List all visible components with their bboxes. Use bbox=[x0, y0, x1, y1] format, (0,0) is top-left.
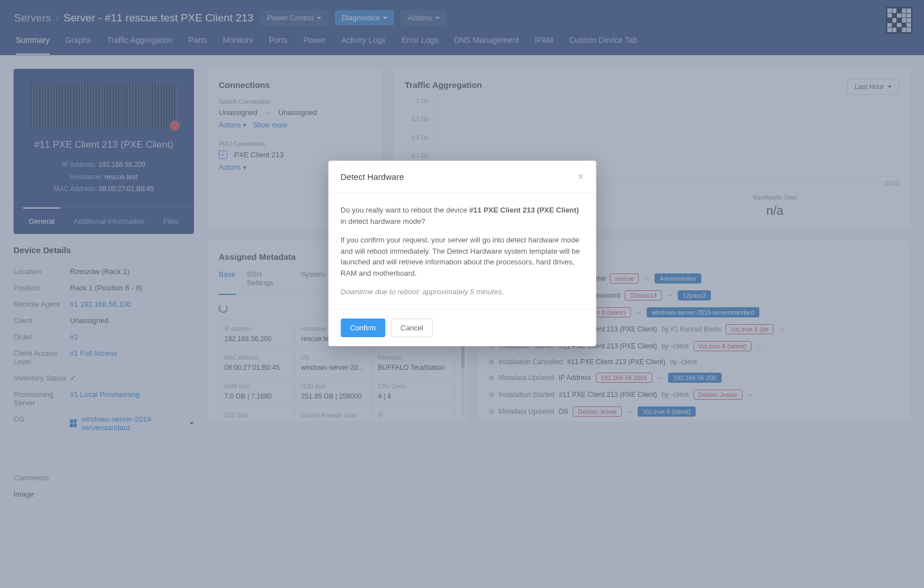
modal-paragraph-2: If you confirm your request, your server… bbox=[341, 235, 583, 278]
detect-hardware-modal: Detect Hardware × Do you really want to … bbox=[328, 161, 596, 346]
modal-paragraph-1: Do you really want to reboot the device … bbox=[341, 205, 583, 227]
close-icon[interactable]: × bbox=[577, 171, 583, 183]
modal-title: Detect Hardware bbox=[341, 172, 404, 182]
confirm-button[interactable]: Confirm bbox=[341, 319, 386, 337]
cancel-button[interactable]: Cancel bbox=[391, 319, 433, 337]
modal-note: Downtime due to reboot: approximately 5 … bbox=[341, 286, 583, 298]
